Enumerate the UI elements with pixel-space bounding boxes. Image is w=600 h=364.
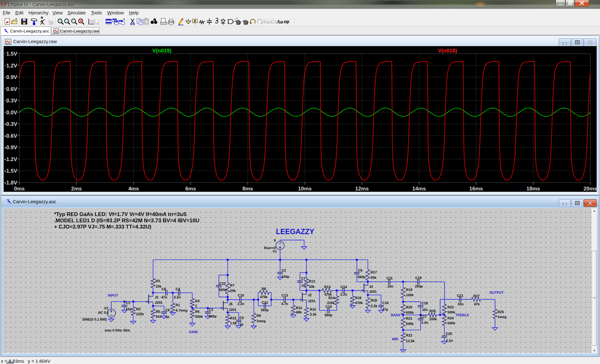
svg-text:-0.9V: -0.9V xyxy=(4,145,17,150)
svg-text:1.5k: 1.5k xyxy=(230,321,237,325)
svg-text:8ms: 8ms xyxy=(242,186,253,192)
svg-text:GAIN: GAIN xyxy=(189,330,198,334)
svg-text:500k: 500k xyxy=(406,311,414,314)
svg-text:560p: 560p xyxy=(261,308,269,312)
svg-text:INPUT: INPUT xyxy=(108,293,118,297)
svg-text:2.2n: 2.2n xyxy=(340,293,347,296)
svg-text:C4: C4 xyxy=(176,287,180,291)
svg-text:C18: C18 xyxy=(422,301,428,305)
svg-text:R13: R13 xyxy=(324,285,331,289)
svg-text:J201: J201 xyxy=(155,301,162,304)
svg-text:-1.8V: -1.8V xyxy=(4,180,17,186)
svg-text:MID: MID xyxy=(392,337,398,341)
svg-text:250p: 250p xyxy=(415,284,423,288)
svg-text:V1: V1 xyxy=(272,249,277,253)
svg-text:2.2k: 2.2k xyxy=(371,304,378,308)
svg-text:C9: C9 xyxy=(358,268,362,272)
svg-text:R16: R16 xyxy=(355,296,361,300)
svg-text:R27: R27 xyxy=(473,294,480,298)
svg-text:C8: C8 xyxy=(162,287,166,291)
svg-text:R8: R8 xyxy=(262,287,266,291)
svg-text:4.7meg: 4.7meg xyxy=(176,308,188,312)
svg-text:1: 1 xyxy=(195,304,197,307)
svg-text:C12: C12 xyxy=(262,301,268,304)
svg-text:R5: R5 xyxy=(156,310,160,313)
svg-text:C5: C5 xyxy=(239,316,244,320)
svg-text:0ms: 0ms xyxy=(14,186,25,192)
svg-text:1µ: 1µ xyxy=(165,315,169,318)
svg-text:C16: C16 xyxy=(382,301,388,305)
svg-text:3.3k: 3.3k xyxy=(310,312,317,316)
svg-text:14ms: 14ms xyxy=(412,186,426,192)
svg-text:2.2n: 2.2n xyxy=(446,339,453,342)
svg-text:C14: C14 xyxy=(341,285,347,289)
svg-text:.op: .op xyxy=(283,19,289,24)
svg-text:R1: R1 xyxy=(176,303,180,307)
svg-text:500k: 500k xyxy=(195,315,203,318)
svg-text:10n: 10n xyxy=(387,284,393,288)
svg-text:OUTPUT: OUTPUT xyxy=(489,291,504,294)
svg-text:12.5k: 12.5k xyxy=(406,339,415,343)
svg-text:SINE(0 0.1 800): SINE(0 0.1 800) xyxy=(82,317,107,321)
svg-text:Aa: Aa xyxy=(276,19,283,25)
svg-text:C11: C11 xyxy=(387,276,393,280)
svg-text:J1: J1 xyxy=(155,295,159,299)
svg-text:100k: 100k xyxy=(429,317,437,321)
svg-text:J3: J3 xyxy=(369,285,373,288)
svg-text:33n: 33n xyxy=(458,302,463,306)
svg-text:J201: J201 xyxy=(229,308,236,312)
svg-text:E3: E3 xyxy=(271,19,276,24)
svg-text:560p: 560p xyxy=(358,275,366,279)
svg-text:R25: R25 xyxy=(498,310,504,314)
svg-text:R24: R24 xyxy=(448,316,454,320)
svg-text:R19: R19 xyxy=(406,288,412,292)
svg-text:-1.5V: -1.5V xyxy=(4,168,17,174)
svg-text:C6: C6 xyxy=(165,308,170,312)
svg-text:68k: 68k xyxy=(296,310,302,314)
svg-text:C15: C15 xyxy=(326,305,332,308)
svg-text:LT: LT xyxy=(1,2,7,7)
svg-text:R11: R11 xyxy=(296,306,302,310)
svg-text:AC 0.1: AC 0.1 xyxy=(98,311,109,314)
svg-text:V2: V2 xyxy=(104,306,108,310)
svg-text:500k: 500k xyxy=(448,321,455,325)
svg-text:1n: 1n xyxy=(301,283,305,287)
svg-text:V(n018): V(n018) xyxy=(438,48,457,54)
svg-text:C21: C21 xyxy=(457,294,463,298)
svg-text:100µ: 100µ xyxy=(282,275,289,278)
svg-text:C2: C2 xyxy=(282,268,286,272)
svg-text:0.9V: 0.9V xyxy=(6,74,18,80)
svg-text:J5: J5 xyxy=(229,302,232,306)
svg-text:A: A xyxy=(194,19,196,23)
svg-text:R7: R7 xyxy=(230,283,234,287)
svg-text:R20: R20 xyxy=(406,305,412,309)
svg-text:R9: R9 xyxy=(257,314,261,317)
svg-text:2ms: 2ms xyxy=(71,186,82,192)
svg-text:47µ: 47µ xyxy=(382,307,388,311)
svg-text:R23: R23 xyxy=(448,305,454,309)
svg-text:R3: R3 xyxy=(156,279,160,283)
svg-text:470k: 470k xyxy=(260,295,268,299)
svg-text:0.6V: 0.6V xyxy=(6,86,18,92)
svg-text:0.3V: 0.3V xyxy=(6,98,18,104)
svg-text:18ms: 18ms xyxy=(527,186,540,192)
svg-text:470k: 470k xyxy=(355,301,363,305)
svg-text:*Typ RED GaAs LED: Vf=1.7V Vr=: *Typ RED GaAs LED: Vf=1.7V Vr=4V If=40mA… xyxy=(54,211,187,217)
svg-text:910: 910 xyxy=(156,315,161,318)
svg-text:2.2n: 2.2n xyxy=(238,302,244,306)
svg-text:C19: C19 xyxy=(415,276,422,280)
svg-text:2.2n: 2.2n xyxy=(421,321,428,324)
svg-text:1.5V: 1.5V xyxy=(6,51,18,57)
svg-text:0.0V: 0.0V xyxy=(6,110,18,116)
svg-text:R4: R4 xyxy=(195,299,200,303)
svg-text:R12: R12 xyxy=(309,279,315,283)
svg-text:J2: J2 xyxy=(308,293,312,297)
svg-text:500k: 500k xyxy=(406,322,414,326)
svg-text:LEEGAZZY: LEEGAZZY xyxy=(276,228,314,236)
svg-text:J201: J201 xyxy=(369,290,377,293)
svg-text:R26: R26 xyxy=(429,309,436,313)
svg-text:20k: 20k xyxy=(230,289,236,293)
svg-text:220k: 220k xyxy=(327,301,335,305)
svg-text:560p: 560p xyxy=(209,314,217,318)
svg-text:10n: 10n xyxy=(422,308,428,312)
